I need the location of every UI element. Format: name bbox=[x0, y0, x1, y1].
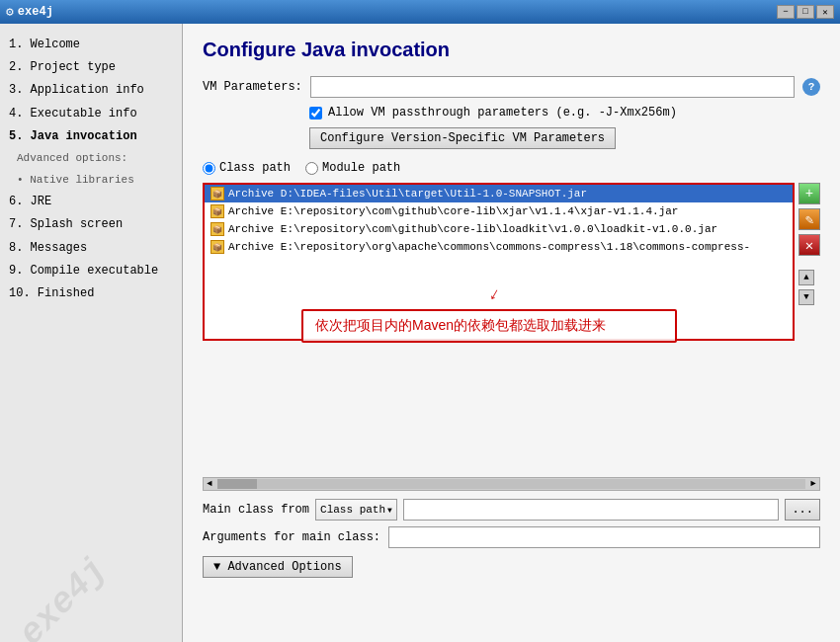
modulepath-label: Module path bbox=[322, 161, 400, 175]
title-bar-title: exe4j bbox=[18, 5, 53, 19]
sidebar-item-splash[interactable]: 7. Splash screen bbox=[5, 213, 177, 236]
main-window: 1. Welcome 2. Project type 3. Applicatio… bbox=[0, 24, 840, 642]
vm-parameters-label: VM Parameters: bbox=[203, 80, 302, 94]
add-file-button[interactable]: + bbox=[798, 183, 820, 204]
file-list-buttons: + ✎ ✕ ▲ ▼ bbox=[798, 183, 820, 341]
file-list-item[interactable]: 📦 Archive D:\IDEA-files\Util\target\Util… bbox=[205, 185, 793, 202]
file-list-item[interactable]: 📦 Archive E:\repository\com\github\core-… bbox=[205, 202, 793, 220]
sidebar-item-native-libs[interactable]: • Native libraries bbox=[5, 170, 177, 192]
sidebar-item-app-info[interactable]: 3. Application info bbox=[5, 79, 177, 102]
scroll-up-button[interactable]: ▲ bbox=[798, 270, 814, 285]
file-path: Archive D:\IDEA-files\Util\target\Util-1… bbox=[228, 188, 587, 200]
main-class-browse-button[interactable]: ... bbox=[785, 499, 820, 521]
file-path: Archive E:\repository\org\apache\commons… bbox=[228, 241, 750, 253]
title-bar-left: ⚙ exe4j bbox=[6, 4, 53, 20]
vm-parameters-row: VM Parameters: ? bbox=[203, 76, 820, 98]
sidebar-item-finished[interactable]: 10. Finished bbox=[5, 282, 177, 305]
modulepath-radio[interactable] bbox=[305, 162, 318, 175]
passthrough-checkbox[interactable] bbox=[309, 107, 322, 120]
arguments-label: Arguments for main class: bbox=[203, 530, 380, 544]
sidebar-item-exec-info[interactable]: 4. Executable info bbox=[5, 103, 177, 125]
file-icon: 📦 bbox=[210, 204, 224, 218]
main-class-option: Class path bbox=[320, 504, 385, 516]
scroll-down-button[interactable]: ▼ bbox=[798, 289, 814, 305]
content-area: Configure Java invocation VM Parameters:… bbox=[183, 24, 840, 642]
passthrough-checkbox-row: Allow VM passthrough parameters (e.g. -J… bbox=[309, 106, 820, 120]
radio-row: Class path Module path bbox=[203, 161, 820, 175]
file-list-item[interactable]: 📦 Archive E:\repository\org\apache\commo… bbox=[205, 238, 793, 256]
main-class-label: Main class from bbox=[203, 503, 309, 517]
file-list-container: 📦 Archive D:\IDEA-files\Util\target\Util… bbox=[203, 183, 820, 341]
minimize-button[interactable]: − bbox=[777, 5, 795, 19]
vm-parameters-input[interactable] bbox=[310, 76, 795, 98]
sidebar-item-java-invoc[interactable]: 5. Java invocation bbox=[5, 125, 177, 148]
annotation-area: ↓ 依次把项目内的Maven的依赖包都选取加载进来 bbox=[203, 319, 820, 418]
sidebar-item-project-type[interactable]: 2. Project type bbox=[5, 56, 177, 79]
delete-file-button[interactable]: ✕ bbox=[798, 234, 820, 256]
configure-btn-row: Configure Version-Specific VM Parameters bbox=[309, 127, 820, 149]
sidebar-item-welcome[interactable]: 1. Welcome bbox=[5, 34, 177, 56]
arguments-input[interactable] bbox=[388, 526, 820, 548]
file-icon: 📦 bbox=[210, 240, 224, 254]
title-bar-controls: − □ ✕ bbox=[777, 5, 834, 19]
annotation-text: 依次把项目内的Maven的依赖包都选取加载进来 bbox=[315, 317, 606, 333]
file-icon: 📦 bbox=[210, 222, 224, 236]
classpath-radio-label[interactable]: Class path bbox=[203, 161, 291, 175]
file-path: Archive E:\repository\com\github\core-li… bbox=[228, 223, 717, 235]
passthrough-label: Allow VM passthrough parameters (e.g. -J… bbox=[328, 106, 677, 120]
hscroll-thumb bbox=[217, 479, 257, 489]
modulepath-radio-label[interactable]: Module path bbox=[305, 161, 400, 175]
sidebar-watermark: exe4j bbox=[11, 550, 115, 642]
main-class-select[interactable]: Class path ▼ bbox=[315, 499, 397, 521]
title-bar: ⚙ exe4j − □ ✕ bbox=[0, 0, 840, 24]
advanced-options-row: ▼ Advanced Options bbox=[203, 556, 820, 578]
advanced-options-button[interactable]: ▼ Advanced Options bbox=[203, 556, 353, 578]
edit-file-button[interactable]: ✎ bbox=[798, 208, 820, 230]
vm-parameters-help-icon[interactable]: ? bbox=[802, 78, 820, 96]
classpath-label: Class path bbox=[219, 161, 291, 175]
arguments-row: Arguments for main class: bbox=[203, 526, 820, 548]
file-list[interactable]: 📦 Archive D:\IDEA-files\Util\target\Util… bbox=[203, 183, 795, 341]
main-class-row: Main class from Class path ▼ ... bbox=[203, 499, 820, 521]
sidebar-item-messages[interactable]: 8. Messages bbox=[5, 237, 177, 260]
main-class-input[interactable] bbox=[403, 499, 780, 521]
sidebar: 1. Welcome 2. Project type 3. Applicatio… bbox=[0, 24, 183, 642]
file-list-item[interactable]: 📦 Archive E:\repository\com\github\core-… bbox=[205, 220, 793, 238]
sidebar-item-compile[interactable]: 9. Compile executable bbox=[5, 260, 177, 282]
file-icon: 📦 bbox=[210, 187, 224, 201]
page-title: Configure Java invocation bbox=[203, 39, 820, 61]
close-button[interactable]: ✕ bbox=[816, 5, 834, 19]
hscroll-bar[interactable]: ◄ ► bbox=[203, 477, 820, 491]
configure-version-button[interactable]: Configure Version-Specific VM Parameters bbox=[309, 127, 616, 149]
sidebar-item-jre[interactable]: 6. JRE bbox=[5, 191, 177, 213]
file-path: Archive E:\repository\com\github\core-li… bbox=[228, 205, 678, 217]
app-icon: ⚙ bbox=[6, 4, 14, 20]
maximize-button[interactable]: □ bbox=[797, 5, 814, 19]
select-arrow-icon: ▼ bbox=[387, 506, 392, 515]
sidebar-label-advanced: Advanced options: bbox=[5, 148, 177, 170]
classpath-radio[interactable] bbox=[203, 162, 215, 175]
hscroll-track bbox=[217, 479, 805, 489]
